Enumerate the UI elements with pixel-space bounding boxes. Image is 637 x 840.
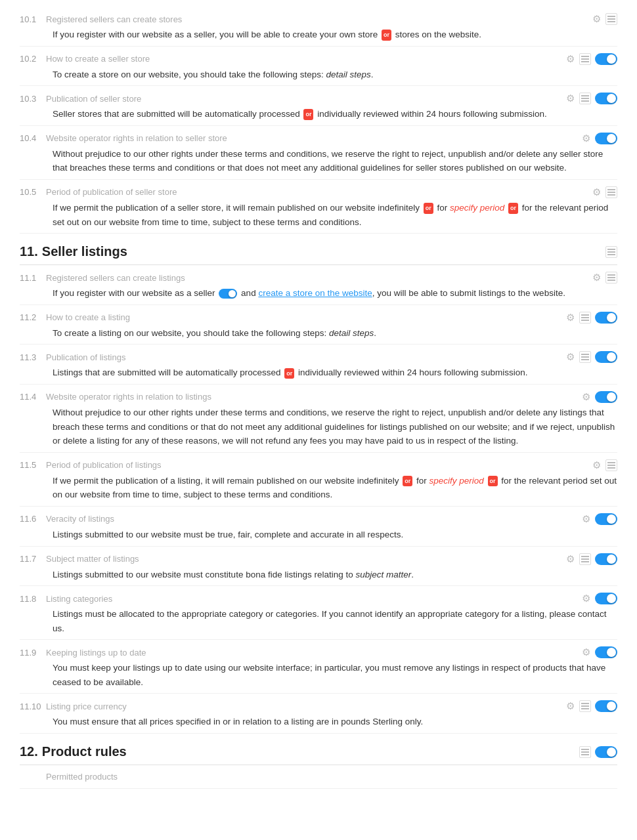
svg-rect-0 <box>607 16 615 17</box>
list-icon[interactable] <box>605 459 617 471</box>
subsection-header: 11.8Listing categories⚙ <box>20 593 617 604</box>
subsection-title: Website operator rights in relation to s… <box>46 133 581 143</box>
toggle[interactable] <box>595 646 617 658</box>
subsection-header: 10.4Website operator rights in relation … <box>20 133 617 144</box>
list-icon[interactable] <box>579 351 591 363</box>
gear-icon[interactable]: ⚙ <box>565 554 575 564</box>
toggle[interactable] <box>595 700 617 712</box>
gear-icon[interactable]: ⚙ <box>591 272 602 283</box>
subsection-title: Listing categories <box>46 594 581 604</box>
subsection-body: Without prejudice to our other rights un… <box>20 406 617 448</box>
or-badge: or <box>508 203 518 213</box>
toggle[interactable] <box>595 93 617 104</box>
svg-rect-25 <box>607 465 615 466</box>
list-icon[interactable] <box>605 186 617 198</box>
toggle[interactable] <box>595 391 617 403</box>
toggle[interactable] <box>595 513 617 525</box>
subsection-controls: ⚙ <box>581 133 617 144</box>
subsection-header: 11.10Listing price currency⚙ <box>20 700 617 712</box>
specify-text: specify period <box>429 476 484 486</box>
gear-icon[interactable]: ⚙ <box>581 392 591 402</box>
gear-icon[interactable]: ⚙ <box>565 93 575 104</box>
gear-icon[interactable]: ⚙ <box>565 312 575 323</box>
subsection-header: 10.2How to create a seller store⚙ <box>20 53 617 65</box>
subsection-number: 11.10 <box>20 702 46 711</box>
subsection-controls: ⚙ <box>581 513 617 525</box>
toggle[interactable] <box>595 553 617 565</box>
subsection-body: If we permit the publication of a listin… <box>20 474 617 502</box>
subsection-body: You must keep your listings up to date u… <box>20 661 617 689</box>
or-badge: or <box>303 109 313 119</box>
svg-rect-20 <box>581 320 589 321</box>
subsection-number: 10.1 <box>20 14 46 24</box>
subsection-number: 11.7 <box>20 554 46 564</box>
list-icon[interactable] <box>605 272 617 284</box>
subsection-header: 11.9Keeping listings up to date⚙ <box>20 646 617 658</box>
gear-icon[interactable]: ⚙ <box>581 514 591 524</box>
subsection: 10.5Period of publication of seller stor… <box>20 182 617 234</box>
gear-icon[interactable]: ⚙ <box>565 54 575 64</box>
subsection-controls: ⚙ <box>581 646 617 658</box>
svg-rect-26 <box>607 467 615 469</box>
section-title-row: 11. Seller listings <box>20 244 127 259</box>
subsection: 11.2How to create a listing⚙To create a … <box>20 308 617 345</box>
gear-icon[interactable]: ⚙ <box>581 133 591 144</box>
list-icon[interactable] <box>579 53 591 65</box>
list-icon[interactable] <box>605 246 617 258</box>
subsection-header: 11.1Registered sellers can create listin… <box>20 272 617 284</box>
toggle[interactable] <box>595 312 617 324</box>
subsection-header: 11.7Subject matter of listings⚙ <box>20 553 617 565</box>
subsection: 11.1Registered sellers can create listin… <box>20 268 617 305</box>
toggle[interactable] <box>219 289 237 299</box>
italic-text: detail steps <box>329 328 374 338</box>
svg-rect-17 <box>607 280 615 281</box>
svg-rect-23 <box>581 359 589 360</box>
gear-icon[interactable]: ⚙ <box>565 701 575 711</box>
link-text[interactable]: create a store on the website <box>258 288 372 298</box>
list-icon[interactable] <box>579 93 591 104</box>
toggle[interactable] <box>595 593 617 604</box>
section-controls <box>605 246 617 258</box>
gear-icon[interactable]: ⚙ <box>581 593 591 604</box>
subsection-number: 10.3 <box>20 94 46 104</box>
subsection-controls: ⚙ <box>565 93 617 104</box>
gear-icon[interactable]: ⚙ <box>565 352 575 362</box>
svg-rect-34 <box>581 751 589 753</box>
svg-rect-10 <box>607 192 615 193</box>
subsection-title: Veracity of listings <box>46 514 581 524</box>
subsection-number: 10.2 <box>20 54 46 64</box>
subsection-number: 11.6 <box>20 514 46 524</box>
gear-icon[interactable]: ⚙ <box>581 647 591 658</box>
toggle[interactable] <box>595 746 617 758</box>
subsection-header: 10.3Publication of seller store⚙ <box>20 93 617 104</box>
or-badge: or <box>382 30 391 40</box>
subsection-title: Keeping listings up to date <box>46 648 581 658</box>
subsection-controls: ⚙ <box>565 312 617 324</box>
subsection-controls: ⚙ <box>565 351 617 363</box>
subsection: 11.9Keeping listings up to date⚙You must… <box>20 642 617 694</box>
toggle[interactable] <box>595 133 617 144</box>
gear-icon[interactable]: ⚙ <box>591 460 602 471</box>
svg-rect-18 <box>581 314 589 316</box>
subsection-title: How to create a seller store <box>46 54 565 64</box>
gear-icon[interactable]: ⚙ <box>591 187 602 198</box>
subsection-header: 10.5Period of publication of seller stor… <box>20 186 617 198</box>
subsection: 10.1Registered sellers can create stores… <box>20 9 617 47</box>
list-icon[interactable] <box>579 700 591 712</box>
subsection-header: 10.1Registered sellers can create stores… <box>20 13 617 25</box>
section-number: 12. <box>20 744 38 759</box>
subsection-body: Listings submitted to our website must b… <box>20 528 617 542</box>
svg-rect-3 <box>581 56 589 57</box>
toggle[interactable] <box>595 53 617 65</box>
list-icon[interactable] <box>579 553 591 565</box>
list-icon[interactable] <box>579 312 591 324</box>
svg-rect-16 <box>607 277 615 278</box>
subsection: 10.4Website operator rights in relation … <box>20 129 617 180</box>
toggle[interactable] <box>595 351 617 363</box>
section-title: Seller listings <box>42 244 127 259</box>
list-icon[interactable] <box>579 746 591 758</box>
section-header: 11. Seller listings <box>20 236 617 265</box>
subsection-controls: ⚙ <box>591 459 617 471</box>
list-icon[interactable] <box>605 13 617 25</box>
gear-icon[interactable]: ⚙ <box>591 14 602 24</box>
